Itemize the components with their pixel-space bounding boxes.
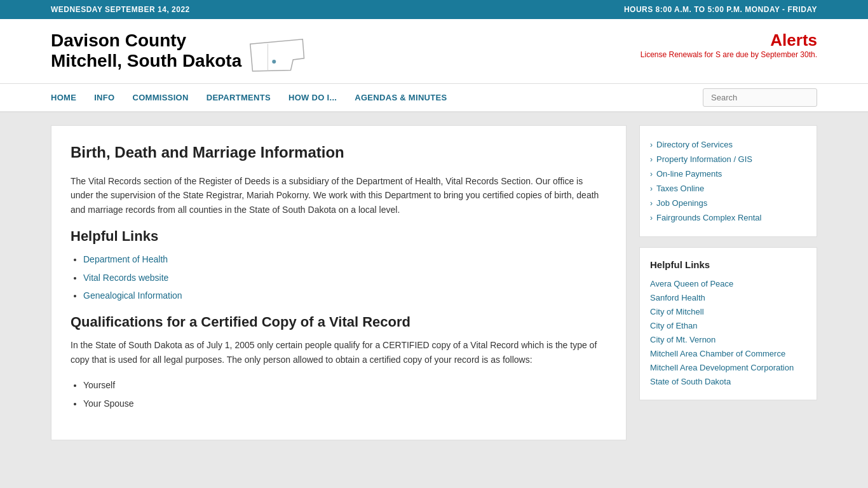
qualifications-list: Yourself Your Spouse xyxy=(83,378,607,410)
state-sd-link[interactable]: State of South Dakota xyxy=(650,377,731,386)
list-item: › Fairgrounds Complex Rental xyxy=(650,210,806,225)
job-openings-link[interactable]: Job Openings xyxy=(656,198,707,208)
property-gis-link[interactable]: Property Information / GIS xyxy=(656,154,752,164)
nav-how-do-i[interactable]: HOW DO I... xyxy=(288,93,337,102)
logo-text: Davison County Mitchell, South Dakota xyxy=(51,30,241,71)
qualifications-heading: Qualifications for a Certified Copy of a… xyxy=(71,314,607,330)
content-layout: Birth, Death and Marriage Information Th… xyxy=(51,125,817,440)
genealogical-info-link[interactable]: Genealogical Information xyxy=(83,290,182,301)
article-helpful-links: Department of Health Vital Records websi… xyxy=(83,252,607,302)
list-item: Your Spouse xyxy=(83,396,607,410)
arrow-icon: › xyxy=(650,140,653,149)
city-mitchell-link[interactable]: City of Mitchell xyxy=(650,307,704,316)
svg-point-0 xyxy=(273,60,276,64)
top-bar: WEDNESDAY SEPTEMBER 14, 2022 HOURS 8:00 … xyxy=(0,0,868,19)
list-item: Sanford Health xyxy=(650,290,806,304)
list-item: › On-line Payments xyxy=(650,166,806,181)
hours-display: HOURS 8:00 A.M. TO 5:00 P.M. MONDAY - FR… xyxy=(624,5,817,14)
sanford-health-link[interactable]: Sanford Health xyxy=(650,293,705,302)
nav-agendas[interactable]: AGENDAS & MINUTES xyxy=(355,93,447,102)
list-item: › Directory of Services xyxy=(650,137,806,152)
quick-links-list: › Directory of Services › Property Infor… xyxy=(650,137,806,225)
list-item: Mitchell Area Chamber of Commerce xyxy=(650,346,806,360)
alerts-area: Alerts License Renewals for S are due by… xyxy=(641,30,817,59)
arrow-icon: › xyxy=(650,214,653,222)
nav-links: HOME INFO COMMISSION DEPARTMENTS HOW DO … xyxy=(51,84,447,111)
avera-link[interactable]: Avera Queen of Peace xyxy=(650,279,733,288)
taxes-online-link[interactable]: Taxes Online xyxy=(656,184,704,193)
madc-link[interactable]: Mitchell Area Development Corporation xyxy=(650,363,794,372)
directory-services-link[interactable]: Directory of Services xyxy=(656,140,733,149)
date-display: WEDNESDAY SEPTEMBER 14, 2022 xyxy=(51,5,190,14)
helpful-links-list: Avera Queen of Peace Sanford Health City… xyxy=(650,276,806,388)
arrow-icon: › xyxy=(650,184,653,193)
city-ethan-link[interactable]: City of Ethan xyxy=(650,321,697,330)
nav-bar: HOME INFO COMMISSION DEPARTMENTS HOW DO … xyxy=(0,84,868,112)
fairgrounds-link[interactable]: Fairgrounds Complex Rental xyxy=(656,213,761,222)
list-item: › Job Openings xyxy=(650,196,806,210)
list-item: Yourself xyxy=(83,378,607,392)
helpful-links-heading: Helpful Links xyxy=(71,228,607,245)
sidebar: › Directory of Services › Property Infor… xyxy=(639,125,817,440)
search-input[interactable] xyxy=(703,88,817,107)
article: Birth, Death and Marriage Information Th… xyxy=(51,125,627,440)
online-payments-link[interactable]: On-line Payments xyxy=(656,169,722,179)
list-item: Avera Queen of Peace xyxy=(650,276,806,290)
qualifications-intro: In the State of South Dakota as of July … xyxy=(71,338,607,367)
logo-area: Davison County Mitchell, South Dakota xyxy=(51,30,305,77)
nav-home[interactable]: HOME xyxy=(51,93,76,102)
list-item: Vital Records website xyxy=(83,271,607,285)
site-title: Davison County Mitchell, South Dakota xyxy=(51,30,241,71)
arrow-icon: › xyxy=(650,155,653,164)
list-item: Genealogical Information xyxy=(83,288,607,302)
main-wrapper: Birth, Death and Marriage Information Th… xyxy=(0,112,868,488)
vital-records-link[interactable]: Vital Records website xyxy=(83,273,168,283)
list-item: Department of Health xyxy=(83,252,607,266)
alerts-text: License Renewals for S are due by Septem… xyxy=(641,50,817,59)
site-header: Davison County Mitchell, South Dakota Al… xyxy=(0,19,868,84)
list-item: › Property Information / GIS xyxy=(650,152,806,166)
article-title: Birth, Death and Marriage Information xyxy=(71,144,607,161)
list-item: › Taxes Online xyxy=(650,181,806,196)
arrow-icon: › xyxy=(650,170,653,179)
list-item: City of Mt. Vernon xyxy=(650,332,806,346)
sidebar-helpful-links-box: Helpful Links Avera Queen of Peace Sanfo… xyxy=(639,247,817,400)
nav-commission[interactable]: COMMISSION xyxy=(132,93,188,102)
sidebar-quick-links-box: › Directory of Services › Property Infor… xyxy=(639,125,817,237)
dept-of-health-link[interactable]: Department of Health xyxy=(83,254,168,264)
list-item: City of Mitchell xyxy=(650,304,806,318)
nav-departments[interactable]: DEPARTMENTS xyxy=(207,93,271,102)
sidebar-helpful-links-title: Helpful Links xyxy=(650,259,806,270)
chamber-of-commerce-link[interactable]: Mitchell Area Chamber of Commerce xyxy=(650,349,785,358)
city-mt-vernon-link[interactable]: City of Mt. Vernon xyxy=(650,335,715,344)
list-item: City of Ethan xyxy=(650,318,806,332)
list-item: State of South Dakota xyxy=(650,374,806,388)
article-intro: The Vital Records section of the Registe… xyxy=(71,174,607,217)
arrow-icon: › xyxy=(650,199,653,208)
nav-info[interactable]: INFO xyxy=(94,93,114,102)
sd-map xyxy=(248,37,305,77)
alerts-title: Alerts xyxy=(641,30,817,50)
list-item: Mitchell Area Development Corporation xyxy=(650,360,806,374)
